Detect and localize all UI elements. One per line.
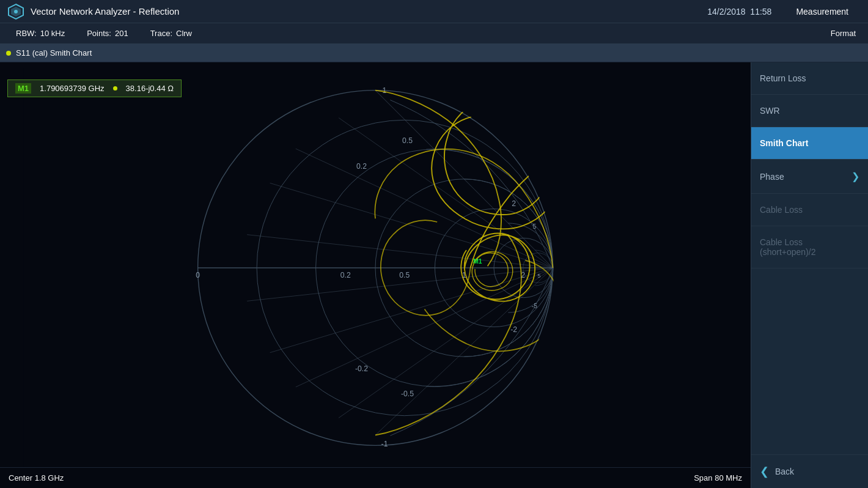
svg-text:2: 2	[512, 199, 516, 208]
menu-item-smith-chart[interactable]: Smith Chart	[751, 127, 868, 160]
app-title: Vector Network Analyzer - Reflection	[31, 6, 707, 17]
svg-text:-2: -2	[510, 325, 517, 334]
svg-text:0.2: 0.2	[340, 271, 351, 279]
svg-text:-5: -5	[532, 303, 537, 309]
svg-text:5: 5	[533, 223, 537, 230]
right-panel: Return Loss SWR Smith Chart Phase ❯ Cabl…	[751, 62, 868, 488]
svg-text:-0.5: -0.5	[401, 390, 414, 398]
svg-text:0.5: 0.5	[402, 136, 413, 145]
trace-color-dot	[6, 51, 11, 56]
main-layout: M1 1.790693739 GHz 38.16-j0.44 Ω	[0, 62, 868, 488]
marker-value: 38.16-j0.44 Ω	[126, 84, 174, 93]
marker-label: M1	[15, 83, 31, 94]
span-freq: Span 80 MHz	[694, 473, 742, 482]
svg-text:0: 0	[196, 271, 200, 279]
toolbar-params: RBW:10 kHz Points:201 Trace:Clrw	[12, 29, 192, 38]
phase-chevron-icon: ❯	[851, 171, 859, 182]
svg-text:0.2: 0.2	[356, 162, 367, 171]
menu-item-cable-loss-2: Cable Loss(short+open)/2	[751, 226, 868, 268]
format-label[interactable]: Format	[831, 29, 856, 38]
menu-item-swr[interactable]: SWR	[751, 95, 868, 127]
svg-text:1: 1	[383, 86, 387, 95]
center-freq: Center 1.8 GHz	[9, 473, 64, 482]
back-chevron-icon: ❮	[760, 465, 769, 478]
menu-item-return-loss[interactable]: Return Loss	[751, 62, 868, 95]
svg-text:-0.2: -0.2	[355, 364, 368, 373]
header: Vector Network Analyzer - Reflection 14/…	[0, 0, 868, 23]
svg-text:5: 5	[537, 273, 540, 279]
menu-item-cable-loss: Cable Loss	[751, 194, 868, 226]
trace-param[interactable]: Trace:Clrw	[147, 29, 192, 38]
rbw-param[interactable]: RBW:10 kHz	[12, 29, 65, 38]
back-button[interactable]: ❮ Back	[751, 454, 868, 488]
svg-text:-1: -1	[381, 440, 388, 448]
points-param[interactable]: Points:201	[83, 29, 128, 38]
app-logo	[7, 3, 24, 20]
marker-frequency: 1.790693739 GHz	[40, 84, 105, 93]
smith-chart-svg: 0 0.2 0.5 1 2 5 1 0.5 0.2 5 2 -1 -0.5 -0…	[0, 68, 751, 467]
toolbar: RBW:10 kHz Points:201 Trace:Clrw Format	[0, 23, 868, 44]
chart-area: M1 1.790693739 GHz 38.16-j0.44 Ω	[0, 62, 751, 488]
marker-dot	[113, 86, 117, 91]
svg-point-2	[14, 10, 18, 13]
bottom-bar: Center 1.8 GHz Span 80 MHz	[0, 467, 751, 488]
svg-text:0.5: 0.5	[399, 271, 410, 279]
svg-text:M1: M1	[473, 258, 482, 265]
datetime: 14/2/2018 11:58	[707, 7, 771, 17]
marker-box: M1 1.790693739 GHz 38.16-j0.44 Ω	[7, 79, 182, 97]
trace-bar: S11 (cal) Smith Chart	[0, 44, 868, 62]
menu-item-phase[interactable]: Phase ❯	[751, 160, 868, 194]
trace-name: S11 (cal) Smith Chart	[16, 48, 92, 57]
measurement-label: Measurement	[796, 7, 848, 17]
